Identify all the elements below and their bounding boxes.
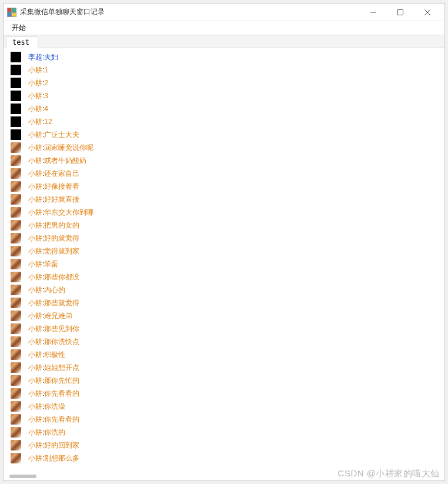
message-text: 小耕:那你洗快点 [28,337,79,347]
window-title: 采集微信单独聊天窗口记录 [20,7,105,17]
avatar [11,349,21,360]
list-item[interactable]: 小耕:你洗澡 [6,400,444,413]
message-text: 小耕:好好就直接 [28,195,79,205]
message-text: 小耕:觉得就到家 [28,246,79,256]
avatar [11,298,21,308]
list-item[interactable]: 小耕:3 [6,89,444,102]
message-text: 小耕:笨蛋 [28,259,58,269]
message-text: 小耕:1 [28,65,48,75]
avatar [11,104,21,114]
message-text: 小耕:把男的女的 [28,221,79,231]
avatar [11,427,21,438]
message-text: 小耕:回家睡觉说你呢 [28,143,93,153]
app-window: 采集微信单独聊天窗口记录 开始 test 李超:夫妇小耕:1小耕:2小耕:3小耕… [3,3,445,481]
list-item[interactable]: 小耕:姐姐想开点 [6,361,444,374]
message-text: 小耕:你洗的 [28,428,65,438]
list-item[interactable]: 小耕:你先看看的 [6,413,444,426]
list-item[interactable]: 小耕:还在家自己 [6,167,444,180]
message-text: 小耕:好的回到家 [28,440,79,450]
maximize-button[interactable] [387,4,414,21]
minimize-button[interactable] [360,4,387,21]
list-item[interactable]: 小耕:好的回到家 [6,439,444,452]
list-item[interactable]: 小耕:你洗的 [6,426,444,439]
horizontal-scroll-thumb[interactable] [9,475,36,478]
list-item[interactable]: 小耕:内心的 [6,283,444,296]
list-item[interactable]: 小耕:那你先忙的 [6,374,444,387]
list-item[interactable]: 小耕:1 [6,64,444,76]
avatar [11,453,21,463]
avatar [11,414,21,425]
list-item[interactable]: 小耕:那些你都没 [6,271,444,283]
avatar [11,116,21,127]
watermark: CSDN @小耕家的喵大仙 [338,468,440,479]
message-text: 小耕:12 [28,117,52,127]
avatar [11,311,21,321]
avatar [11,181,21,192]
message-text: 小耕:你先看看的 [28,415,79,425]
avatar [11,388,21,399]
message-text: 小耕:广泛士大夫 [28,130,79,140]
message-text: 小耕:3 [28,91,48,101]
message-text: 小耕:那些就觉得 [28,298,79,308]
list-item[interactable]: 小耕:好的就觉得 [6,232,444,245]
message-text: 小耕:你洗澡 [28,402,65,412]
avatar [11,246,21,256]
list-item[interactable]: 小耕:或者牛奶酸奶 [6,154,444,167]
list-item[interactable]: 小耕:好像接着看 [6,180,444,193]
window-controls [360,4,441,21]
list-item[interactable]: 小耕:觉得就到家 [6,245,444,258]
list-item[interactable]: 小耕:广泛士大夫 [6,128,444,141]
message-text: 小耕:内心的 [28,285,65,295]
avatar [11,401,21,412]
list-item[interactable]: 小耕:那些就觉得 [6,296,444,309]
list-item[interactable]: 小耕:华东交大你到哪 [6,206,444,219]
avatar [11,285,21,295]
close-button[interactable] [414,4,441,21]
tab-test[interactable]: test [6,36,38,48]
message-text: 小耕:那些你都没 [28,272,79,282]
avatar [11,375,21,386]
avatar [11,129,21,140]
list-item[interactable]: 小耕:难兄难弟 [6,309,444,322]
list-item[interactable]: 小耕:2 [6,76,444,89]
list-item[interactable]: 小耕:你先看看的 [6,387,444,400]
list-item[interactable]: 小耕:那你洗快点 [6,335,444,348]
avatar [11,155,21,166]
list-item[interactable]: 小耕:回家睡觉说你呢 [6,141,444,154]
message-text: 小耕:或者牛奶酸奶 [28,156,86,166]
message-text: 小耕:那些见到你 [28,324,79,334]
avatar [11,142,21,153]
avatar [11,336,21,347]
list-item[interactable]: 小耕:笨蛋 [6,258,444,271]
list-item[interactable]: 小耕:4 [6,102,444,115]
list-item[interactable]: 小耕:好好就直接 [6,193,444,206]
svg-rect-1 [398,9,403,15]
titlebar[interactable]: 采集微信单独聊天窗口记录 [4,4,444,21]
message-text: 小耕:姐姐想开点 [28,363,79,373]
message-text: 小耕:好像接着看 [28,182,79,192]
list-item[interactable]: 李超:夫妇 [6,51,444,64]
message-text: 小耕:难兄难弟 [28,311,72,321]
message-text: 小耕:积极性 [28,350,65,360]
avatar [11,168,21,179]
list-item[interactable]: 小耕:把男的女的 [6,219,444,232]
message-text: 小耕:别想那么多 [28,453,79,463]
avatar [11,52,21,62]
avatar [11,440,21,450]
message-list[interactable]: 李超:夫妇小耕:1小耕:2小耕:3小耕:4小耕:12小耕:广泛士大夫小耕:回家睡… [4,48,444,480]
menu-start[interactable]: 开始 [8,22,29,34]
message-text: 小耕:还在家自己 [28,169,79,179]
list-item[interactable]: 小耕:那些见到你 [6,322,444,335]
list-item[interactable]: 小耕:积极性 [6,348,444,361]
tabstrip: test [4,35,444,48]
app-icon [7,8,16,17]
menubar: 开始 [4,21,444,35]
list-item[interactable]: 小耕:别想那么多 [6,452,444,465]
list-item[interactable]: 小耕:12 [6,115,444,128]
avatar [11,233,21,243]
avatar [11,78,21,88]
avatar [11,323,21,334]
avatar [11,220,21,231]
message-text: 李超:夫妇 [28,52,58,62]
message-text: 小耕:好的就觉得 [28,233,79,243]
